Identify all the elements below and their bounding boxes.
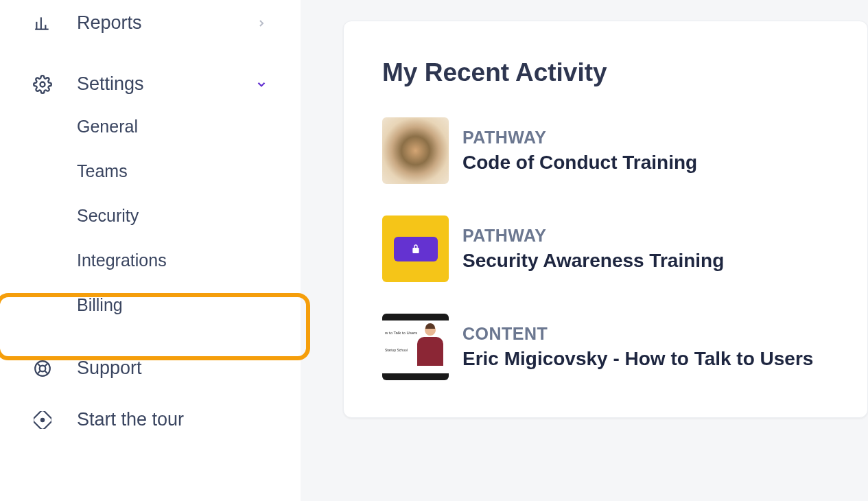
person-illustration xyxy=(417,325,443,367)
compass-icon xyxy=(33,410,52,430)
activity-thumbnail: w to Talk to Users Startup School xyxy=(382,314,449,380)
activity-type: CONTENT xyxy=(462,324,813,344)
card-title: My Recent Activity xyxy=(382,58,829,87)
activity-title: Eric Migicovsky - How to Talk to Users xyxy=(462,348,813,370)
life-ring-icon xyxy=(33,359,52,378)
sidebar-item-security[interactable]: Security xyxy=(0,194,301,238)
svg-point-4 xyxy=(40,82,45,86)
thumb-text: w to Talk to Users xyxy=(385,330,417,336)
svg-line-9 xyxy=(45,363,48,366)
svg-line-7 xyxy=(37,363,40,366)
sidebar-item-billing[interactable]: Billing xyxy=(0,283,301,327)
svg-line-10 xyxy=(37,371,40,374)
activity-title: Security Awareness Training xyxy=(462,250,724,272)
recent-activity-card: My Recent Activity PATHWAY Code of Condu… xyxy=(343,21,868,418)
sidebar-item-integrations[interactable]: Integrations xyxy=(0,238,301,283)
sidebar-label-settings: Settings xyxy=(77,73,144,95)
activity-title: Code of Conduct Training xyxy=(462,152,697,174)
sidebar-item-general[interactable]: General xyxy=(0,104,301,149)
sidebar-sublabel-billing: Billing xyxy=(77,295,123,314)
sidebar-item-support[interactable]: Support xyxy=(0,348,301,388)
activity-thumbnail xyxy=(382,215,449,282)
chevron-down-icon xyxy=(255,78,268,91)
sidebar-label-support: Support xyxy=(77,358,142,379)
svg-point-12 xyxy=(41,418,44,421)
thumb-text: Startup School xyxy=(385,348,417,353)
sidebar-item-tour[interactable]: Start the tour xyxy=(0,399,301,440)
sidebar-item-settings[interactable]: Settings xyxy=(0,64,301,104)
sidebar-sublabel-security: Security xyxy=(77,206,139,225)
sidebar-sublabel-teams: Teams xyxy=(77,161,128,180)
sidebar-sublabel-general: General xyxy=(77,117,138,136)
activity-type: PATHWAY xyxy=(462,128,697,148)
svg-point-6 xyxy=(40,365,46,371)
gear-icon xyxy=(33,75,52,94)
activity-meta: PATHWAY Code of Conduct Training xyxy=(462,128,697,174)
lock-icon xyxy=(394,237,438,261)
svg-line-8 xyxy=(45,371,48,374)
bar-chart-icon xyxy=(33,14,52,33)
activity-item[interactable]: PATHWAY Security Awareness Training xyxy=(382,215,829,282)
sidebar-label-reports: Reports xyxy=(77,12,142,34)
sidebar-item-reports[interactable]: Reports xyxy=(0,3,301,43)
activity-item[interactable]: w to Talk to Users Startup School CONTEN… xyxy=(382,314,829,380)
sidebar-item-teams[interactable]: Teams xyxy=(0,149,301,194)
activity-meta: CONTENT Eric Migicovsky - How to Talk to… xyxy=(462,324,813,370)
activity-meta: PATHWAY Security Awareness Training xyxy=(462,226,724,272)
activity-type: PATHWAY xyxy=(462,226,724,246)
main-content: My Recent Activity PATHWAY Code of Condu… xyxy=(301,0,868,501)
sidebar-label-tour: Start the tour xyxy=(77,409,184,430)
activity-item[interactable]: PATHWAY Code of Conduct Training xyxy=(382,117,829,184)
sidebar-sublabel-integrations: Integrations xyxy=(77,250,167,270)
activity-thumbnail xyxy=(382,117,449,184)
sidebar: Reports Settings General Teams Security … xyxy=(0,0,301,501)
chevron-right-icon xyxy=(255,17,268,30)
